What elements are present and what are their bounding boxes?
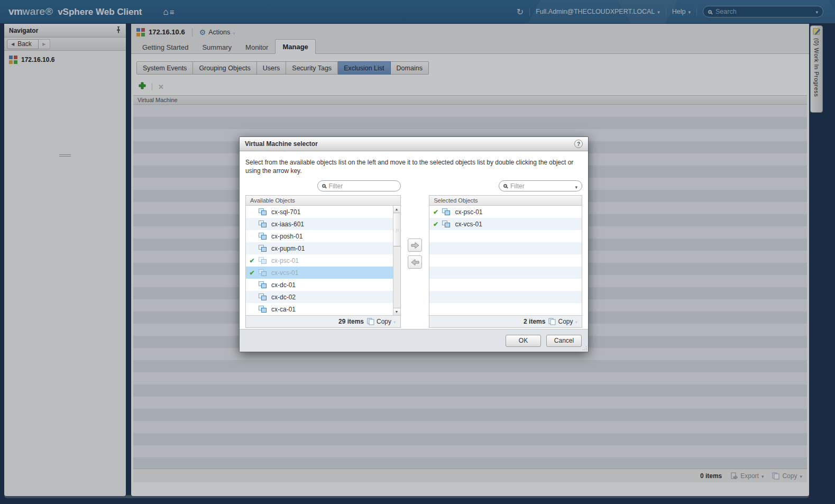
list-item[interactable]: cx-vcs-01 xyxy=(429,218,582,230)
list-item[interactable]: cx-dc-02 xyxy=(246,291,393,303)
list-item[interactable]: cx-dc-01 xyxy=(246,279,393,291)
move-right-button[interactable] xyxy=(408,239,422,252)
arrow-left-icon xyxy=(411,259,419,266)
available-list-footer: 29 items Copy xyxy=(246,315,400,327)
check-icon xyxy=(429,221,442,228)
move-left-button[interactable] xyxy=(408,255,422,269)
copy-menu[interactable]: Copy xyxy=(548,318,577,325)
dialog-footer: OK Cancel xyxy=(240,329,588,352)
vm-icon xyxy=(258,269,267,277)
vm-icon xyxy=(258,281,267,289)
vm-icon xyxy=(258,293,267,301)
arrow-right-icon xyxy=(411,242,419,249)
list-item-selected[interactable]: cx-vcs-01 xyxy=(246,267,393,279)
dialog-title: Virtual Machine selector xyxy=(245,140,318,148)
selected-filter-input[interactable] xyxy=(510,182,572,190)
chevron-down-icon xyxy=(393,318,396,325)
selected-count: 2 items xyxy=(524,318,545,325)
help-icon[interactable]: ? xyxy=(574,140,583,148)
copy-icon xyxy=(367,318,374,325)
vm-icon xyxy=(258,208,267,216)
selected-objects-body: cx-psc-01 cx-vcs-01 xyxy=(429,206,582,315)
search-icon xyxy=(503,184,507,188)
list-item[interactable]: cx-posh-01 xyxy=(246,230,393,242)
list-item[interactable]: cx-sql-701 xyxy=(246,206,393,218)
vm-icon xyxy=(258,305,267,313)
list-item[interactable]: cx-psc-01 xyxy=(429,206,582,218)
check-icon xyxy=(246,257,258,264)
selected-list-footer: 2 items Copy xyxy=(429,315,582,327)
scrollbar[interactable] xyxy=(393,206,400,315)
chevron-down-icon[interactable] xyxy=(575,181,577,191)
dialog-body: Select from the available objects list o… xyxy=(240,151,588,329)
available-filter-input[interactable] xyxy=(329,182,396,190)
vm-selector-dialog: Virtual Machine selector ? Select from t… xyxy=(239,136,589,352)
vm-icon xyxy=(442,208,451,216)
vm-icon xyxy=(258,232,267,240)
list-item[interactable]: cx-ca-01 xyxy=(246,303,393,315)
available-filter-box[interactable] xyxy=(317,180,401,191)
resize-grip[interactable] xyxy=(583,346,586,350)
chevron-down-icon xyxy=(575,318,577,325)
scroll-up-icon[interactable] xyxy=(393,206,400,213)
dialog-titlebar[interactable]: Virtual Machine selector ? xyxy=(240,137,588,151)
check-icon xyxy=(246,269,258,277)
available-count: 29 items xyxy=(338,318,364,325)
filter-row xyxy=(245,180,582,191)
copy-menu[interactable]: Copy xyxy=(367,318,396,325)
list-item[interactable]: cx-iaas-601 xyxy=(246,218,393,230)
copy-icon xyxy=(548,318,556,325)
available-objects-header: Available Objects xyxy=(246,196,400,206)
vm-icon xyxy=(258,244,267,252)
move-buttons xyxy=(401,195,429,328)
list-item[interactable]: cx-psc-01 xyxy=(246,254,393,267)
available-objects-list: Available Objects cx-sql-701 cx-iaas-601 xyxy=(245,195,401,328)
vm-icon xyxy=(258,256,267,264)
search-icon xyxy=(322,184,326,188)
list-item[interactable]: cx-pupm-01 xyxy=(246,242,393,254)
selected-filter-box[interactable] xyxy=(499,180,582,191)
cancel-button[interactable]: Cancel xyxy=(546,335,582,347)
selected-objects-list: Selected Objects cx-psc-01 cx-vcs-01 xyxy=(429,195,582,328)
scroll-down-icon[interactable] xyxy=(393,308,400,315)
vm-icon xyxy=(442,220,451,228)
dialog-description: Select from the available objects list o… xyxy=(245,158,582,175)
available-objects-body: cx-sql-701 cx-iaas-601 cx-posh-01 xyxy=(246,206,400,315)
scrollbar-thumb[interactable] xyxy=(393,214,400,246)
vsphere-web-client: vm ware® vSphere Web Client ⌂ ≡ ↻ Full.A… xyxy=(0,0,835,504)
check-icon xyxy=(429,208,442,216)
ok-button[interactable]: OK xyxy=(506,335,541,347)
selected-objects-header: Selected Objects xyxy=(429,196,582,206)
vm-icon xyxy=(258,220,267,228)
